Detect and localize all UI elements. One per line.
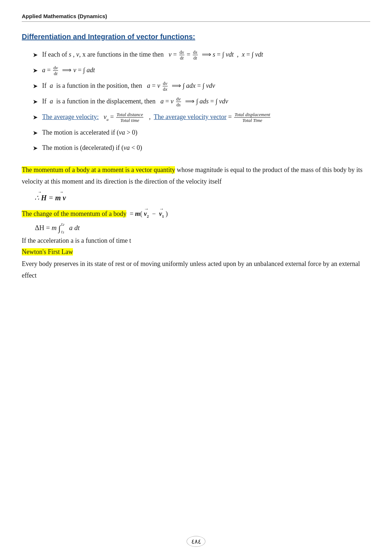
newtons-description: Every body preserves in its state of res… xyxy=(22,260,360,279)
bullet-text: The average velocity: va = Total distanc… xyxy=(42,111,271,123)
page: Applied Mathematics (Dynamics) Different… xyxy=(0,0,392,557)
v2-vector: → v2 xyxy=(144,206,149,220)
list-item: ➤ If each of s , v, x are functions in t… xyxy=(33,49,370,61)
momentum-highlighted: The momentum of a body at a moment is a … xyxy=(22,166,175,173)
fraction-avg-vec: Total displacement Total Time xyxy=(234,112,270,123)
list-item: ➤ The motion is accelerated if (va > 0) xyxy=(33,127,370,139)
list-item: ➤ If a is a function in the position, th… xyxy=(33,80,370,92)
newtons-highlighted: Newton's First Law xyxy=(22,248,73,255)
change-formula: = m( → v2 − → v1 ) xyxy=(128,210,168,217)
integral-symbol: ∫ t₁ t₂ xyxy=(58,224,61,233)
page-number: ٤٨٤ xyxy=(187,536,205,547)
v1-vector: → v1 xyxy=(159,206,164,220)
bullet-arrow: ➤ xyxy=(33,66,38,76)
fraction-dv-dt: dv dt xyxy=(53,65,58,77)
list-item: ➤ The average velocity: va = Total dista… xyxy=(33,111,370,123)
list-item: ➤ a = dv dt ⟹ v = ∫ adt xyxy=(33,65,370,77)
bullet-text: If each of s , v, x are functions in the… xyxy=(42,49,263,61)
bullet-arrow: ➤ xyxy=(33,81,38,92)
change-highlighted: The change of the momentum of a body xyxy=(22,210,126,217)
accel-function-line: If the acceleration a is a function of t… xyxy=(22,237,370,245)
list-item: ➤ If a is a function in the displacement… xyxy=(33,96,370,108)
accel-text: If the acceleration a is a function of t… xyxy=(22,237,131,244)
page-header: Applied Mathematics (Dynamics) xyxy=(22,13,370,22)
fraction-dv-dx: dv dx xyxy=(163,81,168,92)
bullet-arrow: ➤ xyxy=(33,128,38,139)
bullet-text: If a is a function in the displacement, … xyxy=(42,96,228,108)
v-vector: ⃗ v xyxy=(63,192,66,202)
fraction-avg-vel: Total distance Total time xyxy=(116,112,143,123)
H-vector: ⃗ H xyxy=(41,192,47,202)
avg-velocity-label: The average velocity: xyxy=(42,113,99,120)
change-momentum-line: The change of the momentum of a body = m… xyxy=(22,206,370,220)
bullet-arrow: ➤ xyxy=(33,50,38,61)
avg-vector-label: The average velocity vector xyxy=(154,113,226,120)
bullet-text: The motion is (decelerated) if (va < 0) xyxy=(42,142,142,153)
momentum-paragraph: The momentum of a body at a moment is a … xyxy=(22,164,370,188)
fraction-ds-dt: ds dt xyxy=(193,49,198,61)
bullet-text: If a is a function in the position, then… xyxy=(42,80,215,92)
list-item: ➤ The motion is (decelerated) if (va < 0… xyxy=(33,142,370,154)
header-title: Applied Mathematics (Dynamics) xyxy=(22,13,107,19)
newtons-body-text: Every body preserves in its state of res… xyxy=(22,258,370,282)
bullet-arrow: ➤ xyxy=(33,143,38,154)
bullet-text: a = dv dt ⟹ v = ∫ adt xyxy=(42,65,95,77)
bullet-text: The motion is accelerated if (va > 0) xyxy=(42,127,138,138)
fraction-dv-ds: dv ds xyxy=(176,96,181,108)
bullet-arrow: ➤ xyxy=(33,97,38,107)
integral-formula-line: ΔH = m ∫ t₁ t₂ a dt xyxy=(35,224,370,233)
fraction-dx-dt: dx dt xyxy=(179,49,184,61)
newtons-law-label: Newton's First Law xyxy=(22,248,370,256)
formula-H-mv: ∴ ⃗ H = m ⃗ v xyxy=(33,192,370,202)
bullet-list: ➤ If each of s , v, x are functions in t… xyxy=(22,49,370,154)
bullet-arrow: ➤ xyxy=(33,112,38,123)
section-title: Differentiation and Integration of vecto… xyxy=(22,33,370,41)
